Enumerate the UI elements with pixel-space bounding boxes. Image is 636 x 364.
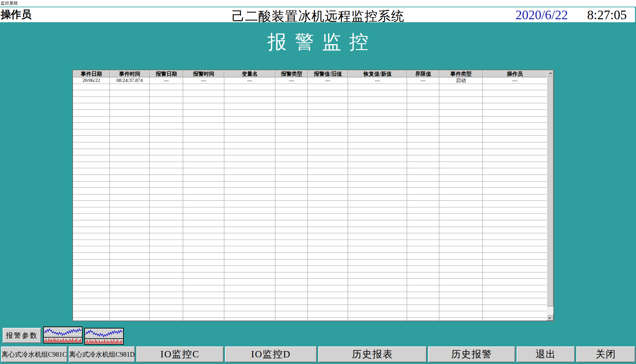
table-vertical-scrollbar[interactable] bbox=[547, 70, 553, 321]
column-header-recovery-value[interactable]: 恢复值/新值 bbox=[348, 70, 407, 77]
column-header-alarm-date[interactable]: 报警日期 bbox=[150, 70, 183, 77]
table-row[interactable] bbox=[73, 207, 547, 214]
table-cell bbox=[110, 103, 150, 109]
table-cell bbox=[275, 142, 308, 149]
table-cell bbox=[439, 246, 483, 253]
table-cell bbox=[407, 201, 439, 207]
table-row[interactable] bbox=[73, 214, 547, 220]
table-cell bbox=[483, 136, 547, 142]
table-row[interactable] bbox=[73, 285, 547, 292]
table-cell bbox=[348, 201, 407, 207]
table-row[interactable] bbox=[73, 84, 547, 91]
table-cell bbox=[275, 162, 308, 168]
table-row[interactable] bbox=[73, 90, 547, 97]
table-row[interactable] bbox=[73, 155, 547, 162]
table-cell bbox=[308, 103, 348, 109]
table-row[interactable] bbox=[73, 279, 547, 285]
table-row[interactable] bbox=[73, 233, 547, 240]
table-row[interactable] bbox=[73, 311, 547, 318]
table-cell bbox=[439, 175, 483, 181]
table-cell bbox=[348, 246, 407, 253]
nav-button-chiller-c981d[interactable]: 离心式冷水机组C981D bbox=[69, 346, 135, 362]
table-row[interactable] bbox=[73, 194, 547, 201]
table-row[interactable] bbox=[73, 240, 547, 247]
table-row[interactable] bbox=[73, 110, 547, 116]
scroll-down-button[interactable] bbox=[547, 314, 553, 321]
column-header-operator[interactable]: 操作员 bbox=[483, 70, 547, 77]
table-row[interactable] bbox=[73, 220, 547, 227]
trend-thumbnail-button-1[interactable] bbox=[43, 327, 83, 343]
table-row[interactable] bbox=[73, 116, 547, 123]
alarm-event-table: 事件日期 事件时间 报警日期 报警时间 变量名 报警类型 报警值/旧值 恢复值/… bbox=[72, 70, 554, 321]
table-row[interactable] bbox=[73, 259, 547, 266]
table-cell bbox=[224, 240, 275, 246]
column-header-limit-value[interactable]: 界限值 bbox=[407, 70, 439, 77]
table-row[interactable] bbox=[73, 182, 547, 188]
table-cell bbox=[407, 103, 439, 109]
column-header-event-time[interactable]: 事件时间 bbox=[110, 70, 150, 77]
nav-button-close[interactable]: 关闭 bbox=[576, 346, 635, 362]
table-row[interactable] bbox=[73, 168, 547, 175]
table-cell bbox=[224, 259, 275, 266]
scroll-up-button[interactable] bbox=[547, 70, 553, 77]
table-row[interactable] bbox=[73, 298, 547, 305]
table-row[interactable]: 20/06/2208:24:37.874--------------------… bbox=[73, 77, 547, 84]
column-header-alarm-type[interactable]: 报警类型 bbox=[275, 70, 308, 77]
table-row[interactable] bbox=[73, 272, 547, 279]
table-row[interactable] bbox=[73, 162, 547, 169]
column-header-event-type[interactable]: 事件类型 bbox=[439, 70, 483, 77]
table-cell bbox=[308, 162, 348, 168]
table-row[interactable] bbox=[73, 318, 547, 321]
table-cell bbox=[110, 149, 150, 155]
column-header-alarm-time[interactable]: 报警时间 bbox=[183, 70, 224, 77]
table-row[interactable] bbox=[73, 246, 547, 253]
trend-thumbnail-button-2[interactable] bbox=[84, 328, 124, 345]
table-cell bbox=[73, 311, 110, 318]
scrollbar-thumb[interactable] bbox=[547, 77, 553, 306]
table-row[interactable] bbox=[73, 136, 547, 142]
table-cell bbox=[150, 253, 183, 259]
nav-button-chiller-c981c[interactable]: 离心式冷水机组C981C bbox=[1, 346, 67, 362]
table-row[interactable] bbox=[73, 97, 547, 104]
column-header-event-date[interactable]: 事件日期 bbox=[73, 70, 110, 77]
alarm-params-button[interactable]: 报警参数 bbox=[3, 328, 41, 343]
table-cell bbox=[275, 285, 308, 292]
table-row[interactable] bbox=[73, 103, 547, 110]
nav-button-history-report[interactable]: 历史报表 bbox=[318, 346, 427, 362]
table-cell bbox=[183, 292, 224, 298]
table-cell bbox=[275, 318, 308, 321]
scrollbar-track[interactable] bbox=[547, 77, 553, 314]
table-row[interactable] bbox=[73, 266, 547, 272]
nav-button-history-alarm[interactable]: 历史报警 bbox=[428, 346, 515, 362]
table-cell bbox=[407, 123, 439, 129]
table-cell bbox=[150, 155, 183, 162]
table-cell bbox=[308, 194, 348, 201]
table-cell bbox=[150, 123, 183, 129]
table-row[interactable] bbox=[73, 227, 547, 234]
nav-button-io-monitor-c[interactable]: IO监控C bbox=[136, 346, 224, 362]
table-row[interactable] bbox=[73, 292, 547, 299]
table-cell bbox=[308, 311, 348, 318]
nav-button-exit[interactable]: 退出 bbox=[517, 346, 575, 362]
column-header-alarm-value[interactable]: 报警值/旧值 bbox=[308, 70, 348, 77]
table-cell bbox=[275, 182, 308, 188]
table-cell bbox=[439, 233, 483, 240]
table-cell bbox=[110, 272, 150, 279]
trend-chart-icon bbox=[43, 327, 83, 343]
nav-button-io-monitor-d[interactable]: IO监控D bbox=[225, 346, 317, 362]
table-row[interactable] bbox=[73, 142, 547, 149]
table-row[interactable] bbox=[73, 175, 547, 182]
table-row[interactable] bbox=[73, 188, 547, 194]
table-cell bbox=[73, 214, 110, 220]
table-row[interactable] bbox=[73, 123, 547, 129]
table-cell bbox=[483, 292, 547, 298]
column-header-variable-name[interactable]: 变量名 bbox=[224, 70, 275, 77]
table-row[interactable] bbox=[73, 149, 547, 156]
table-row[interactable] bbox=[73, 129, 547, 136]
table-cell bbox=[407, 116, 439, 123]
table-row[interactable] bbox=[73, 201, 547, 207]
table-row[interactable] bbox=[73, 305, 547, 312]
table-cell bbox=[224, 188, 275, 194]
table-cell bbox=[308, 266, 348, 272]
table-row[interactable] bbox=[73, 253, 547, 259]
